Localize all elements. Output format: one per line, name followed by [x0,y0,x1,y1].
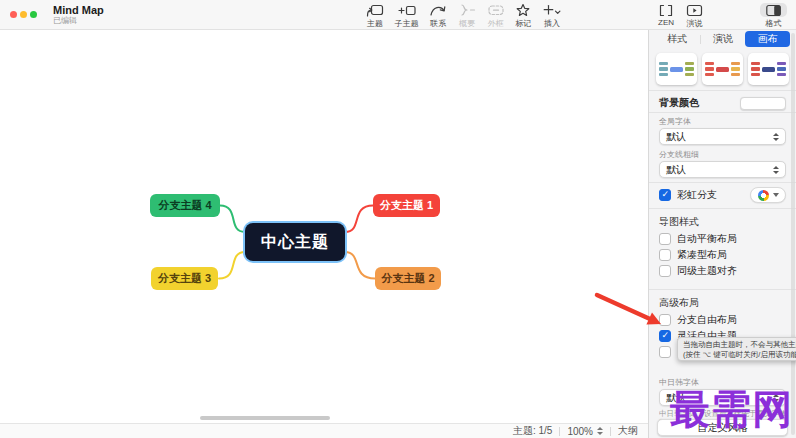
connector-branch1 [345,206,373,233]
main-toolbar: 主题 子主题 联系 概要 外框 [366,3,562,29]
global-font-label: 全局字体 [659,116,786,127]
statusbar-divider [610,427,611,436]
boundary-label: 外框 [488,18,504,29]
global-font-select[interactable]: 默认 [659,128,786,145]
cjk-help-line-1: 中日韩字体，设置后将优先于西文字体使用 [659,409,786,418]
rainbow-color-dropdown[interactable] [750,187,786,203]
tab-style[interactable]: 样式 [655,31,700,47]
boundary-icon [487,3,505,17]
branch-width-value: 默认 [666,163,686,177]
custom-style-button[interactable]: 自定义风格 [657,419,788,436]
select-stepper-icon [773,133,779,141]
branch-topic-2-node[interactable]: 分支主题 2 [375,267,441,290]
align-siblings-label: 同级主题对齐 [677,264,737,278]
free-branch-layout-checkbox[interactable] [659,314,671,326]
auto-balance-layout-checkbox[interactable] [659,233,671,245]
zoom-window-button[interactable] [30,11,37,18]
background-color-swatch[interactable] [740,97,786,110]
sidebar-scrollbar[interactable] [791,33,795,435]
theme-thumbnail-3[interactable] [748,53,789,85]
tab-present[interactable]: 演说 [701,31,746,47]
relationship-icon [429,3,447,17]
topic-count: 主题: 1/5 [513,424,552,438]
present-button[interactable]: 演说 [686,3,703,29]
align-siblings-row: 同级主题对齐 [659,265,786,277]
connector-branch4 [220,206,245,233]
branch-topic-1-node[interactable]: 分支主题 1 [373,194,440,217]
tooltip-line-2: (按住 ⌥ 键可临时关闭/启用该功能) [683,350,796,360]
outline-button[interactable]: 大纲 [618,424,638,438]
zen-mode-button[interactable]: ZEN [658,3,674,27]
close-window-button[interactable] [10,11,17,18]
document-status: 已编辑 [53,17,104,26]
section-divider [649,112,796,113]
zen-label: ZEN [658,18,674,27]
horizontal-scrollbar-thumb[interactable] [200,416,330,420]
subtopic-label: 子主题 [395,18,419,29]
flexible-free-topic-checkbox[interactable] [659,330,671,342]
central-topic-node[interactable]: 中心主题 [245,223,345,261]
connector-branch3 [219,252,245,279]
marker-star-icon [515,3,531,17]
branch-width-label: 分支线粗细 [659,149,786,160]
format-panel-button[interactable]: 格式 [760,3,787,29]
window-toolbar-right: ZEN 演说 格式 [654,3,796,29]
free-branch-layout-label: 分支自由布局 [677,313,737,327]
summary-icon [458,3,476,17]
relationship-label: 联系 [430,18,446,29]
minimize-window-button[interactable] [20,11,27,18]
tab-canvas[interactable]: 画布 [745,31,790,47]
present-play-icon [686,3,703,17]
document-title-block: Mind Map 已编辑 [53,4,104,26]
marker-label: 标记 [515,18,531,29]
zoom-control[interactable]: 100% [567,426,603,437]
insert-plus-icon [542,3,562,17]
color-wheel-icon [758,190,769,201]
rainbow-branch-row: 彩虹分支 [649,186,796,204]
boundary-button[interactable]: 外框 [487,3,505,29]
zoom-stepper-icon[interactable] [597,427,603,435]
mindmap-canvas[interactable]: 中心主题 分支主题 4 分支主题 1 分支主题 3 分支主题 2 主题: 1/5… [0,30,648,438]
insert-label: 插入 [544,18,560,29]
background-color-label: 背景颜色 [659,96,699,110]
hidden-option-checkbox[interactable] [659,346,671,358]
rainbow-branch-checkbox[interactable] [659,189,671,201]
relationship-button[interactable]: 联系 [429,3,447,29]
theme-thumbnail-2[interactable] [702,53,743,85]
select-stepper-icon [773,166,779,174]
summary-label: 概要 [459,18,475,29]
document-title: Mind Map [53,4,104,16]
branch-topic-3-node[interactable]: 分支主题 3 [151,267,218,290]
cjk-font-select[interactable]: 默认 [659,389,786,406]
background-color-row: 背景颜色 [649,96,796,110]
branch-topic-4-node[interactable]: 分支主题 4 [150,194,220,217]
compact-layout-label: 紧凑型布局 [677,248,727,262]
cjk-font-value: 默认 [666,391,686,405]
section-divider [649,289,796,290]
format-sidebar-icon [760,3,787,17]
zoom-level: 100% [567,426,593,437]
present-label: 演说 [687,18,703,29]
topic-button[interactable]: 主题 [366,3,384,29]
statusbar-divider [559,427,560,436]
statusbar: 主题: 1/5 100% 大纲 [0,423,648,438]
subtopic-button[interactable]: 子主题 [395,3,419,29]
align-siblings-checkbox[interactable] [659,265,671,277]
map-style-section-label: 导图样式 [659,215,786,229]
window-controls [10,11,37,18]
inspector-tabs: 样式 演说 画布 [649,32,796,46]
connector-branch2 [345,252,375,279]
summary-button[interactable]: 概要 [458,3,476,29]
advanced-layout-section-label: 高级布局 [659,296,786,310]
insert-button[interactable]: 插入 [542,3,562,29]
branch-width-select[interactable]: 默认 [659,161,786,178]
theme-thumbnails [649,50,796,88]
canvas-horizontal-scrollbar[interactable] [0,416,648,421]
rainbow-branch-checkbox-row: 彩虹分支 [659,189,717,201]
compact-layout-checkbox[interactable] [659,249,671,261]
marker-button[interactable]: 标记 [515,3,531,29]
theme-thumbnail-1[interactable] [656,53,697,85]
auto-balance-layout-label: 自动平衡布局 [677,232,737,246]
topic-icon [366,3,384,17]
free-topic-tooltip: 当拖动自由主题时，不会与其他主题相连。 (按住 ⌥ 键可临时关闭/启用该功能) [677,337,796,361]
